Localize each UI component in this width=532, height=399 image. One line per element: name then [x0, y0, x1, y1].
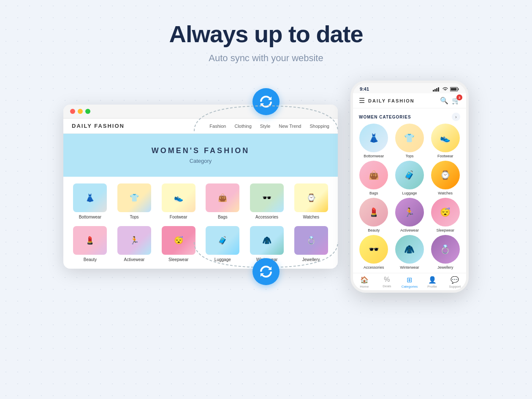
desktop-mockup: DAILY FASHION Fashion Clothing Style New…: [63, 105, 338, 269]
desktop-nav: DAILY FASHION Fashion Clothing Style New…: [63, 119, 338, 134]
desktop-cat-label: Bottomwear: [79, 215, 101, 219]
mobile-cat-item-footwear[interactable]: 👟 Footwear: [429, 124, 462, 158]
svg-rect-2: [436, 88, 437, 92]
section-arrow[interactable]: ›: [452, 113, 460, 121]
desktop-cat-img: 🏃: [117, 226, 151, 255]
mobile-nav: ☰ DAILY FASHION 🔍 🛒 3: [353, 93, 466, 108]
desktop-cat-item-jewellery[interactable]: 💍 Jewellery: [291, 226, 331, 262]
desktop-cat-img: 🧳: [206, 226, 239, 255]
desktop-cat-label: Accessories: [255, 215, 278, 219]
nav-newtrend[interactable]: New Trend: [279, 124, 301, 129]
mobile-bottom-nav: 🏠 Home % Deals ⊞ Categories 👤 Profile 💬 …: [353, 273, 466, 290]
mobile-cat-label: Sleepwear: [436, 228, 454, 232]
search-icon[interactable]: 🔍: [440, 97, 448, 105]
mobile-cat-item-activewear[interactable]: 🏃 Activewear: [393, 198, 426, 232]
desktop-cat-item-tops[interactable]: 👕 Tops: [114, 183, 155, 219]
mobile-cat-circle: 👗: [359, 124, 388, 152]
svg-rect-3: [438, 87, 439, 92]
mobile-section-header: WOMEN CATEGORIES ›: [353, 108, 466, 124]
mobile-cat-item-winterwear[interactable]: 🧥 Winterwear: [393, 235, 426, 270]
mobile-bottom-nav-item-profile[interactable]: 👤 Profile: [421, 276, 444, 288]
desktop-cat-item-winterwear[interactable]: 🧥 Winterwear: [247, 226, 287, 262]
desktop-cat-img: 😴: [162, 226, 195, 255]
mobile-cat-label: Luggage: [402, 191, 417, 195]
mobile-cat-label: Watches: [438, 191, 453, 195]
desktop-cat-label: Watches: [303, 215, 319, 219]
signal-icon: [433, 87, 440, 92]
mobile-bottom-nav-icon: 👤: [428, 276, 437, 284]
mobile-cat-label: Activewear: [400, 228, 419, 232]
svg-rect-1: [434, 89, 436, 92]
wifi-icon: [442, 87, 448, 92]
desktop-titlebar: [63, 105, 338, 119]
desktop-cat-item-luggage[interactable]: 🧳 Luggage: [203, 226, 243, 262]
nav-fashion[interactable]: Fashion: [209, 124, 226, 129]
mobile-cat-circle: 💄: [359, 198, 388, 226]
desktop-cat-item-sleepwear[interactable]: 😴 Sleepwear: [158, 226, 198, 262]
page-container: Always up to date Auto sync with your we…: [0, 0, 532, 293]
desktop-hero-sub: Category: [72, 158, 329, 164]
mobile-cat-item-bags[interactable]: 👜 Bags: [357, 161, 391, 195]
mobile-cat-circle: 🧳: [395, 161, 424, 189]
desktop-cat-label: Jewellery: [302, 257, 320, 262]
desktop-cat-item-bottomwear[interactable]: 👗 Bottomwear: [70, 183, 110, 219]
desktop-cat-item-beauty[interactable]: 💄 Beauty: [70, 226, 110, 262]
desktop-cat-label: Winterwear: [256, 257, 278, 262]
cart-icon-container[interactable]: 🛒 3: [452, 97, 460, 105]
mobile-bottom-nav-item-deals[interactable]: % Deals: [376, 276, 399, 288]
nav-style[interactable]: Style: [260, 124, 270, 129]
nav-clothing[interactable]: Clothing: [234, 124, 251, 129]
mobile-cat-label: Winterwear: [400, 265, 419, 270]
mobile-cat-item-accessories[interactable]: 🕶️ Accessories: [357, 235, 391, 270]
desktop-hero-title: WOMEN'S FASHION: [72, 146, 329, 155]
mobile-cat-item-luggage[interactable]: 🧳 Luggage: [393, 161, 426, 195]
mobile-bottom-nav-icon: ⊞: [407, 276, 412, 284]
desktop-cat-img: 👟: [162, 183, 195, 212]
desktop-cat-img: 👜: [206, 183, 239, 212]
mobile-bottom-nav-item-categories[interactable]: ⊞ Categories: [398, 276, 421, 288]
mobile-cat-circle: 🧥: [395, 235, 424, 264]
svg-rect-6: [451, 88, 457, 90]
desktop-cat-img: 💄: [73, 226, 107, 255]
mobile-bottom-nav-item-support[interactable]: 💬 Support: [443, 276, 466, 288]
mobile-time: 9:41: [360, 86, 369, 92]
desktop-cat-label: Sleepwear: [168, 257, 188, 262]
mobile-cat-circle: 💍: [431, 235, 460, 264]
mobile-cat-circle: 👕: [395, 124, 424, 152]
desktop-nav-links: Fashion Clothing Style New Trend Shoppin…: [209, 124, 329, 129]
nav-shopping[interactable]: Shopping: [310, 124, 330, 129]
desktop-cat-label: Tops: [130, 215, 138, 219]
mobile-cat-item-sleepwear[interactable]: 😴 Sleepwear: [429, 198, 462, 232]
mobile-cat-item-watches[interactable]: ⌚ Watches: [429, 161, 462, 195]
desktop-cat-item-accessories[interactable]: 🕶️ Accessories: [247, 183, 287, 219]
tl-red: [70, 109, 75, 114]
mobile-cat-item-jewellery[interactable]: 💍 Jewellery: [429, 235, 462, 270]
mobile-cat-item-bottomwear[interactable]: 👗 Bottomwear: [357, 124, 391, 158]
mobile-bottom-nav-icon: 💬: [451, 276, 459, 284]
tl-yellow: [78, 109, 83, 114]
desktop-cat-label: Bags: [218, 215, 228, 219]
mobile-cat-grid: 👗 Bottomwear 👕 Tops 👟 Footwear 👜 Bags 🧳 …: [353, 124, 466, 273]
svg-rect-5: [458, 88, 459, 90]
mobile-cat-item-tops[interactable]: 👕 Tops: [393, 124, 426, 158]
desktop-cat-label: Luggage: [214, 257, 231, 262]
desktop-cat-item-bags[interactable]: 👜 Bags: [203, 183, 243, 219]
desktop-cat-item-footwear[interactable]: 👟 Footwear: [158, 183, 198, 219]
mobile-bottom-nav-item-home[interactable]: 🏠 Home: [353, 276, 376, 288]
desktop-cat-label: Footwear: [170, 215, 187, 219]
mobile-cat-label: Footwear: [437, 154, 453, 158]
mobile-bottom-nav-icon: 🏠: [360, 276, 369, 284]
tl-green: [85, 109, 90, 114]
mobile-cat-item-beauty[interactable]: 💄 Beauty: [357, 198, 391, 232]
mobile-cat-label: Bags: [369, 191, 378, 195]
mobile-status-icons: [433, 87, 459, 92]
mobile-bottom-nav-label: Deals: [383, 284, 391, 288]
desktop-cat-item-activewear[interactable]: 🏃 Activewear: [114, 226, 155, 262]
desktop-cat-img: 🕶️: [250, 183, 284, 212]
mobile-cat-label: Beauty: [368, 228, 380, 232]
hamburger-icon[interactable]: ☰: [359, 97, 365, 105]
desktop-cat-item-watches[interactable]: ⌚ Watches: [291, 183, 331, 219]
desktop-cat-img: 👗: [73, 183, 107, 212]
mobile-cat-circle: 🕶️: [359, 235, 388, 264]
traffic-lights: [70, 109, 90, 114]
